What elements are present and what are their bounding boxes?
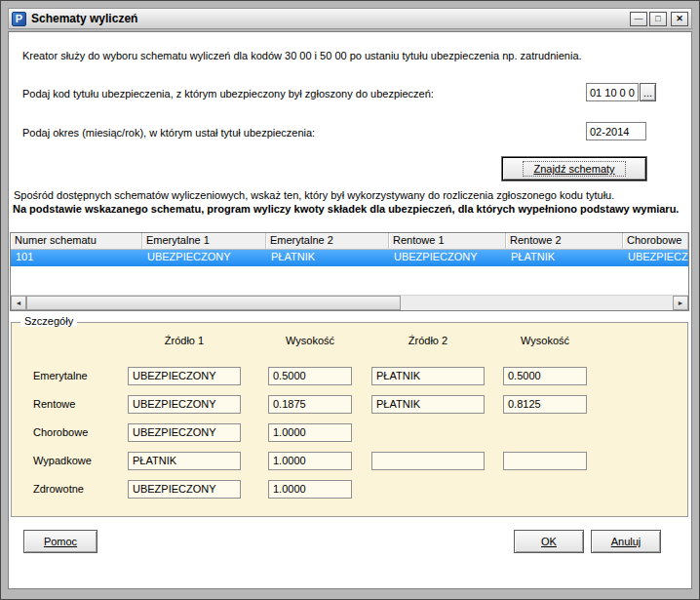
cell-emerytalne-2: PŁATNIK bbox=[266, 250, 389, 266]
period-field[interactable] bbox=[586, 122, 646, 140]
scroll-right-button[interactable]: ► bbox=[673, 296, 688, 310]
insurance-code-field[interactable] bbox=[586, 83, 639, 101]
scrollbar-thumb[interactable] bbox=[26, 296, 401, 310]
period-label: Podaj okres (miesiąc/rok), w którym usta… bbox=[22, 127, 315, 139]
row-label-zdrowotne: Zdrowotne bbox=[33, 483, 84, 495]
browse-code-button[interactable]: ... bbox=[640, 83, 656, 101]
cell-chorobowe: UBEZPIECZONY bbox=[623, 250, 688, 266]
scroll-left-button[interactable]: ◄ bbox=[11, 296, 26, 310]
rentowe-zrodlo-2-field: PŁATNIK bbox=[371, 395, 485, 414]
wypadkowe-wysokosc-1-field: 1.0000 bbox=[268, 452, 352, 470]
hint-bold-text: Na podstawie wskazanego schematu, progra… bbox=[13, 203, 687, 216]
schemes-list: Numer schematu Emerytalne 1 Emerytalne 2… bbox=[10, 232, 689, 311]
close-button[interactable]: ✕ bbox=[671, 12, 688, 26]
scroll-right-icon: ► bbox=[678, 300, 684, 306]
intro-text: Kreator służy do wyboru schematu wylicze… bbox=[22, 50, 582, 61]
hint-text: Spośród dostępnych schematów wyliczeniow… bbox=[14, 189, 614, 201]
rentowe-zrodlo-1-field: UBEZPIECZONY bbox=[128, 395, 241, 414]
horizontal-scrollbar[interactable]: ◄ ► bbox=[11, 295, 688, 310]
window: P Schematy wyliczeń — □ ✕ Kreator służy … bbox=[0, 0, 700, 600]
cancel-button-label: Anuluj bbox=[611, 536, 642, 547]
maximize-button[interactable]: □ bbox=[649, 12, 667, 26]
cell-rentowe-2: PŁATNIK bbox=[506, 250, 623, 266]
column-header-rentowe-1[interactable]: Rentowe 1 bbox=[389, 233, 506, 250]
column-header-numer-schematu[interactable]: Numer schematu bbox=[11, 233, 142, 250]
ok-button[interactable]: OK bbox=[514, 530, 584, 553]
cancel-button[interactable]: Anuluj bbox=[591, 530, 661, 553]
column-header-chorobowe[interactable]: Chorobowe bbox=[623, 233, 688, 250]
minimize-button[interactable]: — bbox=[630, 12, 647, 26]
details-group-label: Szczegóły bbox=[20, 315, 77, 327]
zdrowotne-wysokosc-1-field: 1.0000 bbox=[268, 480, 352, 499]
column-header-emerytalne-1[interactable]: Emerytalne 1 bbox=[142, 233, 266, 250]
close-icon: ✕ bbox=[676, 15, 683, 23]
emerytalne-wysokosc-1-field: 0.5000 bbox=[268, 367, 352, 385]
row-label-chorobowe: Chorobowe bbox=[33, 426, 88, 438]
details-column-zrodlo-2: Źródło 2 bbox=[371, 335, 485, 346]
insurance-code-label: Podaj kod tytułu ubezpieczenia, z którym… bbox=[22, 88, 434, 100]
wypadkowe-zrodlo-2-field bbox=[371, 452, 485, 470]
table-row[interactable]: 101 UBEZPIECZONY PŁATNIK UBEZPIECZONY PŁ… bbox=[11, 250, 688, 266]
rentowe-wysokosc-1-field: 0.1875 bbox=[268, 395, 352, 414]
details-column-wysokosc-2: Wysokość bbox=[503, 335, 587, 346]
emerytalne-zrodlo-1-field: UBEZPIECZONY bbox=[128, 367, 241, 385]
details-column-zrodlo-1: Źródło 1 bbox=[128, 335, 241, 346]
dialog-content: Kreator służy do wyboru schematu wylicze… bbox=[8, 31, 692, 589]
wypadkowe-zrodlo-1-field: PŁATNIK bbox=[128, 452, 241, 470]
app-icon: P bbox=[12, 12, 26, 26]
column-header-rentowe-2[interactable]: Rentowe 2 bbox=[506, 233, 623, 250]
rentowe-wysokosc-2-field: 0.8125 bbox=[503, 395, 587, 414]
cell-emerytalne-1: UBEZPIECZONY bbox=[142, 250, 266, 266]
chorobowe-zrodlo-1-field: UBEZPIECZONY bbox=[128, 423, 241, 442]
find-schemes-button[interactable]: Znajdź schematy bbox=[502, 157, 646, 180]
cell-rentowe-1: UBEZPIECZONY bbox=[389, 250, 506, 266]
scrollbar-track bbox=[401, 296, 673, 310]
row-label-rentowe: Rentowe bbox=[33, 398, 75, 410]
wypadkowe-wysokosc-2-field bbox=[503, 452, 587, 470]
emerytalne-wysokosc-2-field: 0.5000 bbox=[503, 367, 587, 385]
row-label-emerytalne: Emerytalne bbox=[33, 370, 88, 381]
scroll-left-icon: ◄ bbox=[16, 300, 22, 306]
find-schemes-label: Znajdź schematy bbox=[523, 161, 625, 177]
ok-button-label: OK bbox=[541, 536, 557, 547]
title-bar[interactable]: P Schematy wyliczeń — □ ✕ bbox=[8, 8, 692, 29]
browse-code-label: ... bbox=[643, 87, 652, 99]
column-header-emerytalne-2[interactable]: Emerytalne 2 bbox=[266, 233, 389, 250]
schemes-list-header: Numer schematu Emerytalne 1 Emerytalne 2… bbox=[11, 233, 688, 250]
cell-numer-schematu: 101 bbox=[11, 250, 142, 266]
help-button-label: Pomoc bbox=[44, 536, 77, 547]
emerytalne-zrodlo-2-field: PŁATNIK bbox=[371, 367, 485, 385]
row-label-wypadkowe: Wypadkowe bbox=[33, 455, 92, 466]
maximize-icon: □ bbox=[655, 15, 660, 23]
zdrowotne-zrodlo-1-field: UBEZPIECZONY bbox=[128, 480, 241, 499]
details-column-wysokosc-1: Wysokość bbox=[268, 335, 352, 346]
details-group: Źródło 1 Wysokość Źródło 2 Wysokość Emer… bbox=[11, 322, 688, 517]
window-title: Schematy wyliczeń bbox=[26, 12, 628, 25]
chorobowe-wysokosc-1-field: 1.0000 bbox=[268, 423, 352, 442]
help-button[interactable]: Pomoc bbox=[23, 530, 97, 553]
minimize-icon: — bbox=[635, 15, 643, 23]
